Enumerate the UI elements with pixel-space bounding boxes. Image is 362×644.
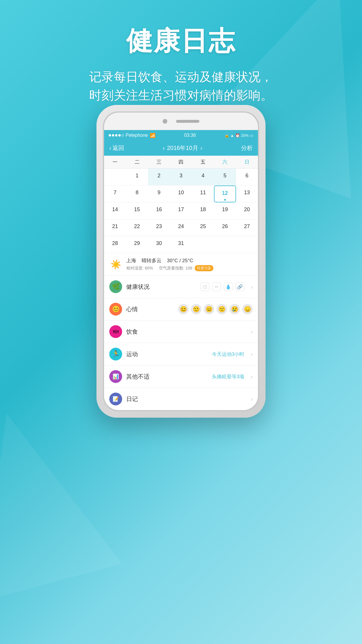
cal-day-28[interactable]: 28 (104, 236, 126, 253)
drop-icon: 💧 (224, 282, 233, 291)
cal-empty (236, 236, 258, 253)
diet-label: 饮食 (126, 328, 244, 336)
cal-day-17[interactable]: 17 (170, 202, 192, 219)
cal-day-12[interactable]: 12 (214, 186, 236, 202)
exercise-label: 运动 (126, 350, 208, 358)
diary-label: 日记 (126, 395, 244, 403)
cal-day-8[interactable]: 8 (126, 186, 148, 202)
cal-day-26[interactable]: 26 (214, 219, 236, 236)
cal-day-13[interactable]: 13 (236, 186, 258, 202)
cal-day-6[interactable]: 6 (236, 169, 258, 186)
mood-very-happy[interactable]: 😊 (178, 304, 189, 314)
cal-day-29[interactable]: 29 (126, 236, 148, 253)
cal-empty (104, 169, 126, 186)
cal-day-31[interactable]: 31 (170, 236, 192, 253)
alarm-icon: ⏰ (235, 133, 240, 138)
cal-day-27[interactable]: 27 (236, 219, 258, 236)
cal-day-30[interactable]: 30 (148, 236, 170, 253)
signal-dot-3 (115, 134, 117, 136)
lock-icon: 🔒 (224, 133, 229, 138)
weekday-四: 四 (170, 156, 192, 168)
cal-day-4[interactable]: 4 (192, 169, 214, 186)
weekday-五: 五 (192, 156, 214, 168)
cal-day-14[interactable]: 14 (104, 202, 126, 219)
analyze-button[interactable]: 分析 (241, 144, 253, 152)
signal-dot-5 (122, 134, 124, 136)
mood-cry[interactable]: 😞 (242, 304, 253, 314)
back-button[interactable]: ‹ 返回 (109, 144, 124, 152)
health-label: 健康状况 (126, 283, 196, 291)
weekday-日: 日 (236, 156, 258, 168)
nav-title-text: 2016年10月 (167, 144, 198, 152)
cal-day-7[interactable]: 7 (104, 186, 126, 202)
discomfort-arrow: › (251, 373, 253, 380)
status-right: 🔒 ▲ ⏰ 20% ▭ (224, 133, 253, 138)
pollution-badge: 轻度污染 (195, 265, 213, 271)
health-arrow: › (251, 284, 253, 290)
cal-empty (214, 236, 236, 253)
prev-month-button[interactable]: ‹ (163, 145, 165, 151)
mood-neutral[interactable]: 😐 (204, 304, 214, 314)
location-icon: ▲ (230, 133, 234, 138)
weather-icon: ☀️ (109, 258, 122, 271)
cal-day-5[interactable]: 5 (214, 169, 236, 186)
cal-day-3[interactable]: 3 (170, 169, 192, 186)
status-bar: Pelephone 📶 03:36 🔒 ▲ ⏰ 20% ▭ (104, 130, 258, 141)
cal-day-18[interactable]: 18 (192, 202, 214, 219)
weather-info: 上海 晴转多云 30°C / 25°C 相对湿度: 60% 空气质量指数: 10 (126, 257, 253, 271)
cal-day-22[interactable]: 22 (126, 219, 148, 236)
wifi-icon: 📶 (150, 133, 156, 138)
cal-day-2[interactable]: 2 (148, 169, 170, 186)
weekday-一: 一 (104, 156, 126, 168)
weather-city: 上海 (126, 258, 136, 263)
cal-day-1[interactable]: 1 (126, 169, 148, 186)
weather-temp-high: 30°C (167, 258, 178, 263)
cal-day-16[interactable]: 16 (148, 202, 170, 219)
weekday-六: 六 (214, 156, 236, 168)
mood-happy[interactable]: 🙂 (191, 304, 201, 314)
cal-day-10[interactable]: 10 (170, 186, 192, 202)
cal-day-15[interactable]: 15 (126, 202, 148, 219)
mood-item[interactable]: 😊 心情 😊 🙂 😐 🙁 😢 😞 (104, 298, 258, 321)
mood-very-sad[interactable]: 😢 (229, 304, 240, 314)
weather-main: 上海 晴转多云 30°C / 25°C (126, 257, 253, 264)
carrier-name: Pelephone (126, 133, 148, 138)
phone-camera (163, 119, 167, 124)
cal-day-19[interactable]: 19 (214, 202, 236, 219)
health-icon: 🌿 (109, 280, 122, 293)
signal-dot-1 (109, 134, 111, 136)
next-month-button[interactable]: › (201, 145, 203, 151)
weather-aqi: 空气质量指数: 106 (159, 266, 192, 271)
mood-sad[interactable]: 🙁 (217, 304, 227, 314)
calendar-grid[interactable]: 1234567891011121314151617181920212223242… (104, 169, 258, 253)
discomfort-value: 头痛眩晕等3项 (212, 373, 244, 380)
link-icon: 🔗 (236, 282, 244, 291)
cal-day-21[interactable]: 21 (104, 219, 126, 236)
back-label: 返回 (113, 144, 124, 152)
cal-day-23[interactable]: 23 (148, 219, 170, 236)
cal-day-9[interactable]: 9 (148, 186, 170, 202)
discomfort-item[interactable]: 📊 其他不适 头痛眩晕等3项 › (104, 365, 258, 388)
scale-icon: ⊡ (201, 282, 209, 291)
diary-item[interactable]: 📝 日记 › (104, 388, 258, 410)
exercise-arrow: › (251, 351, 253, 358)
diary-arrow: › (251, 396, 253, 402)
diet-arrow: › (251, 328, 253, 335)
nav-title: ‹ 2016年10月 › (163, 144, 202, 152)
weather-section: ☀️ 上海 晴转多云 30°C / 25°C 相对湿度: 60% (104, 253, 258, 276)
mood-icons-row[interactable]: 😊 🙂 😐 🙁 😢 😞 (178, 304, 253, 314)
exercise-item[interactable]: 🏃 运动 今天运动3小时 › (104, 343, 258, 365)
cal-day-11[interactable]: 11 (192, 186, 214, 202)
cal-day-24[interactable]: 24 (170, 219, 192, 236)
signal-dot-2 (112, 134, 114, 136)
status-time: 03:36 (184, 133, 196, 138)
weekday-三: 三 (148, 156, 170, 168)
cal-day-20[interactable]: 20 (236, 202, 258, 219)
back-chevron: ‹ (109, 145, 111, 151)
health-status-item[interactable]: 🌿 健康状况 ⊡ ✏ 💧 🔗 › (104, 276, 258, 298)
cal-day-25[interactable]: 25 (192, 219, 214, 236)
diet-item[interactable]: 🍽 饮食 › (104, 321, 258, 343)
header-area: 健康日志 记录每日饮食、运动及健康状况， 时刻关注生活习惯对病情的影响。 (0, 0, 362, 116)
weather-condition: 晴转多云 (142, 258, 161, 263)
nav-bar: ‹ 返回 ‹ 2016年10月 › 分析 (104, 141, 258, 156)
